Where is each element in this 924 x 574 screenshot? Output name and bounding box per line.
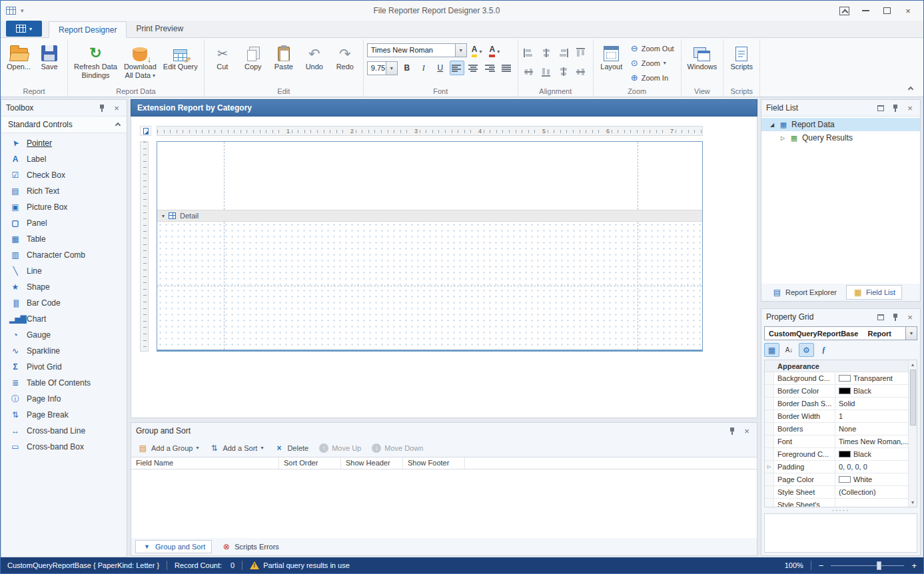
toolbox-item[interactable]: ↔ Cross-band Line — [1, 423, 127, 439]
property-grid-tool-button[interactable]: ⚙ — [799, 343, 814, 357]
align-bottoms-button[interactable] — [539, 64, 554, 79]
bold-button[interactable]: B — [400, 61, 414, 75]
maximize-button[interactable] — [877, 3, 897, 18]
report-canvas[interactable]: ▾ Detail — [157, 141, 703, 352]
property-value[interactable]: Times New Roman,... — [839, 437, 908, 445]
property-row[interactable]: ▷ Page Color White — [765, 473, 908, 486]
align-right-button[interactable] — [483, 61, 498, 75]
zoom-button[interactable]: ⊖ Zoom Out ▾ — [628, 42, 678, 55]
column-header[interactable]: Show Header — [341, 457, 403, 469]
toolbox-item[interactable]: ▢ Panel — [1, 215, 127, 231]
zoom-in-button[interactable]: + — [911, 561, 917, 570]
ribbon-button[interactable]: Edit Query ▾ — [161, 40, 201, 87]
pin-panel-button[interactable] — [727, 426, 737, 436]
panel-tab[interactable]: ▤ Report Explorer — [765, 285, 843, 300]
property-row[interactable]: ▷ Borders None — [765, 423, 908, 435]
pin-panel-button[interactable] — [890, 312, 901, 322]
property-value[interactable]: Black — [853, 387, 871, 395]
property-grid-tool-button[interactable]: ▦ — [764, 343, 779, 357]
ribbon-button[interactable]: Download All Data▾ — [121, 40, 159, 87]
align-left-button[interactable] — [450, 61, 464, 75]
windows-button[interactable]: Windows — [685, 40, 720, 87]
close-panel-button[interactable]: × — [741, 426, 752, 436]
ribbon-button[interactable]: Save ▾ — [35, 40, 64, 87]
toolbox-item[interactable]: ╲ Line — [1, 263, 127, 279]
align-tops-button[interactable] — [574, 45, 588, 60]
minimize-button[interactable] — [855, 3, 875, 18]
tree-item[interactable]: ◢ ▦ Report Data — [761, 118, 920, 131]
ribbon-button[interactable]: ✂ Cut — [208, 40, 237, 87]
property-row[interactable]: ▷ Border Color Black — [765, 385, 908, 398]
font-color-button[interactable]: A ▾ — [486, 43, 502, 57]
property-grid-tool-button[interactable]: ƒ — [816, 343, 831, 357]
close-panel-button[interactable]: × — [111, 103, 122, 113]
pin-panel-button[interactable] — [97, 103, 107, 113]
ribbon-display-options-button[interactable] — [834, 3, 854, 18]
float-panel-button[interactable] — [875, 312, 886, 322]
underline-button[interactable]: U — [433, 61, 448, 75]
toolbox-item[interactable]: ⇅ Page Break — [1, 407, 127, 423]
zoom-out-button[interactable]: − — [819, 561, 824, 570]
group-sort-list[interactable] — [131, 469, 757, 538]
toolbox-item[interactable]: ◔ Gauge — [1, 327, 127, 343]
collapse-ribbon-button[interactable] — [905, 83, 917, 93]
toolbox-item[interactable]: ▤ Rich Text — [1, 183, 127, 199]
column-header[interactable]: Field Name — [131, 457, 279, 469]
toolbox-item[interactable]: ▣ Picture Box — [1, 199, 127, 215]
toolbar-button[interactable]: × Delete ▾ — [274, 443, 308, 453]
expander-expanded-icon[interactable]: ◢ — [769, 122, 775, 128]
toolbox-item[interactable]: ▦ Table — [1, 231, 127, 247]
column-header[interactable]: Show Footer — [403, 457, 465, 469]
toolbox-item[interactable]: ∥∥ Bar Code — [1, 295, 127, 311]
property-value[interactable]: (Collection) — [839, 488, 876, 496]
close-panel-button[interactable]: × — [905, 312, 915, 322]
ribbon-tab[interactable]: Print Preview — [127, 21, 193, 37]
category-row[interactable]: Appearance — [765, 360, 908, 372]
close-button[interactable]: × — [898, 3, 918, 18]
band-area-top[interactable] — [157, 142, 702, 210]
property-row[interactable]: ▷ Style Sheet (Collection) — [765, 486, 908, 499]
property-row[interactable]: ▷ Style Sheet's — [765, 499, 908, 507]
ribbon-button[interactable]: ↷ Redo — [330, 40, 360, 87]
zoom-slider-thumb[interactable] — [877, 561, 881, 570]
toolbox-item[interactable]: ≣ Table Of Contents — [1, 375, 127, 391]
same-height-button[interactable] — [574, 64, 588, 79]
property-value[interactable]: Solid — [839, 400, 855, 408]
panel-splitter[interactable] — [761, 302, 921, 308]
panel-tab[interactable]: ▦ Field List — [846, 285, 902, 300]
align-rights-button[interactable] — [556, 45, 571, 60]
close-panel-button[interactable]: × — [905, 103, 915, 113]
font-size-select[interactable]: 9.75 ▾ — [367, 61, 398, 75]
property-row[interactable]: ▷ Padding 0, 0, 0, 0 — [765, 461, 908, 473]
ribbon-button[interactable]: Open... ▾ — [4, 40, 33, 87]
ribbon-tab[interactable]: Report Designer — [49, 21, 127, 38]
detail-band-area[interactable] — [157, 222, 702, 350]
application-menu-button[interactable]: ▾ — [6, 21, 42, 37]
toolbox-item[interactable]: ➤ Pointer — [1, 135, 127, 151]
toolbox-item[interactable]: ▥ Character Comb — [1, 247, 127, 263]
expander-icon[interactable]: ▷ — [767, 464, 771, 469]
scripts-button[interactable]: Scripts — [727, 40, 756, 87]
panel-tab[interactable]: ▼ Group and Sort — [135, 540, 212, 553]
align-middles-button[interactable] — [522, 64, 536, 79]
toolbox-item[interactable]: A Label — [1, 151, 127, 167]
property-value[interactable]: None — [839, 425, 856, 433]
align-justify-button[interactable] — [500, 61, 514, 75]
scrollbar-thumb[interactable] — [910, 370, 916, 426]
panel-tab[interactable]: ⊗ Scripts Errors — [215, 539, 286, 554]
property-row[interactable]: ▷ Border Width 1 — [765, 410, 908, 423]
layout-button[interactable]: Layout — [597, 40, 626, 87]
object-selector[interactable]: CustomQueryReportBase Report ▾ — [764, 326, 917, 340]
toolbox-section-header[interactable]: Standard Controls — [1, 116, 127, 133]
italic-button[interactable]: I — [416, 61, 431, 75]
expander-collapsed-icon[interactable]: ▷ — [779, 135, 786, 141]
property-row[interactable]: ▷ Border Dash S... Solid — [765, 398, 908, 410]
toolbar-button[interactable]: ↓ Move Down ▾ — [372, 443, 423, 453]
toolbar-button[interactable]: ▤ Add a Group ▾ — [138, 443, 199, 453]
toolbox-item[interactable]: Σ Pivot Grid — [1, 359, 127, 375]
collapse-band-icon[interactable]: ▾ — [162, 213, 165, 219]
property-value[interactable]: White — [853, 475, 872, 483]
ribbon-button[interactable]: ↶ Undo — [300, 40, 329, 87]
property-row[interactable]: ▷ Font Times New Roman,... — [765, 435, 908, 448]
toolbox-item[interactable]: ⓘ Page Info — [1, 391, 127, 407]
